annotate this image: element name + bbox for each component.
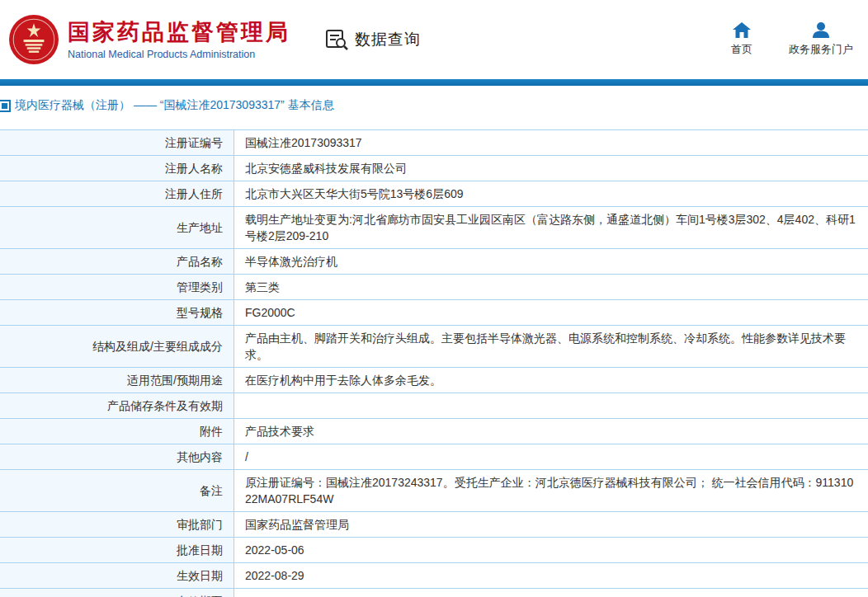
table-row: 批准日期 2022-05-06 bbox=[0, 538, 868, 563]
row-value: 国械注准20173093317 bbox=[234, 130, 868, 155]
header-divider-bar bbox=[0, 79, 868, 86]
breadcrumb: 境内医疗器械（注册） —— “国械注准20173093317” 基本信息 bbox=[0, 86, 868, 118]
table-row: 其他内容 / bbox=[0, 444, 868, 470]
home-icon bbox=[733, 22, 751, 38]
row-label: 批准日期 bbox=[0, 538, 234, 562]
breadcrumb-text: 境内医疗器械（注册） —— “国械注准20173093317” 基本信息 bbox=[15, 98, 334, 113]
registration-info-table: 注册证编号 国械注准20173093317 注册人名称 北京安德盛威科技发展有限… bbox=[0, 129, 868, 597]
document-icon bbox=[0, 100, 11, 112]
row-label: 适用范围/预期用途 bbox=[0, 368, 234, 393]
row-value: 2027-08-28 bbox=[234, 589, 868, 597]
header-nav: 首页 政务服务门户 bbox=[731, 22, 853, 57]
row-label: 注册证编号 bbox=[0, 130, 234, 155]
row-label: 型号规格 bbox=[0, 300, 234, 325]
row-label: 结构及组成/主要组成成分 bbox=[0, 326, 234, 367]
table-row: 备注 原注册证编号：国械注准20173243317。受托生产企业：河北京德医疗器… bbox=[0, 470, 868, 512]
row-label: 附件 bbox=[0, 419, 234, 444]
row-value: 在医疗机构中用于去除人体多余毛发。 bbox=[234, 368, 868, 393]
row-label: 产品储存条件及有效期 bbox=[0, 393, 234, 418]
org-name-cn: 国家药品监督管理局 bbox=[68, 19, 290, 45]
nav-home[interactable]: 首页 bbox=[731, 22, 752, 57]
row-value: 北京市大兴区天华大街5号院13号楼6层609 bbox=[234, 181, 868, 206]
row-value: 载明生产地址变更为:河北省廊坊市固安县工业园区南区（富达路东侧，通盛道北侧）车间… bbox=[234, 207, 868, 248]
row-value: 第三类 bbox=[234, 275, 868, 299]
row-label: 管理类别 bbox=[0, 275, 234, 299]
row-value: FG2000C bbox=[234, 300, 868, 325]
table-row: 产品储存条件及有效期 bbox=[0, 393, 868, 419]
nmpa-logo-link[interactable]: 国家药品监督管理局 National Medical Products Admi… bbox=[8, 14, 290, 65]
row-label: 有效期至 bbox=[0, 589, 234, 597]
row-label: 生效日期 bbox=[0, 563, 234, 588]
user-icon bbox=[813, 22, 829, 38]
row-value: 2022-05-06 bbox=[234, 538, 868, 562]
row-value: 2022-08-29 bbox=[234, 563, 868, 588]
table-row: 注册人名称 北京安德盛威科技发展有限公司 bbox=[0, 156, 868, 181]
row-value: 国家药品监督管理局 bbox=[234, 512, 868, 537]
table-row: 适用范围/预期用途 在医疗机构中用于去除人体多余毛发。 bbox=[0, 368, 868, 393]
site-header: 国家药品监督管理局 National Medical Products Admi… bbox=[0, 0, 868, 79]
nav-portal[interactable]: 政务服务门户 bbox=[789, 22, 853, 57]
table-row: 生效日期 2022-08-29 bbox=[0, 563, 868, 589]
row-label: 备注 bbox=[0, 470, 234, 511]
table-row: 型号规格 FG2000C bbox=[0, 300, 868, 326]
row-label: 审批部门 bbox=[0, 512, 234, 537]
data-query-tab[interactable]: 数据查询 bbox=[325, 29, 421, 50]
table-row: 审批部门 国家药品监督管理局 bbox=[0, 512, 868, 538]
nmpa-emblem-icon bbox=[8, 14, 59, 65]
table-row: 有效期至 2027-08-28 bbox=[0, 589, 868, 597]
row-value: 产品技术要求 bbox=[234, 419, 868, 444]
table-row: 附件 产品技术要求 bbox=[0, 419, 868, 444]
main-content: 注册证编号 国械注准20173093317 注册人名称 北京安德盛威科技发展有限… bbox=[0, 129, 868, 597]
table-row: 注册证编号 国械注准20173093317 bbox=[0, 130, 868, 156]
nav-home-label: 首页 bbox=[731, 42, 752, 57]
table-row: 产品名称 半导体激光治疗机 bbox=[0, 249, 868, 275]
row-value bbox=[234, 393, 868, 418]
row-label: 生产地址 bbox=[0, 207, 234, 248]
row-label: 产品名称 bbox=[0, 249, 234, 274]
data-query-icon bbox=[325, 29, 350, 50]
row-label: 注册人住所 bbox=[0, 181, 234, 206]
org-names: 国家药品监督管理局 National Medical Products Admi… bbox=[68, 19, 290, 59]
org-name-en: National Medical Products Administration bbox=[68, 49, 290, 60]
table-row: 管理类别 第三类 bbox=[0, 275, 868, 300]
row-value: 半导体激光治疗机 bbox=[234, 249, 868, 274]
table-row: 注册人住所 北京市大兴区天华大街5号院13号楼6层609 bbox=[0, 181, 868, 207]
nav-portal-label: 政务服务门户 bbox=[789, 42, 853, 57]
row-value: 北京安德盛威科技发展有限公司 bbox=[234, 156, 868, 181]
row-value: 原注册证编号：国械注准20173243317。受托生产企业：河北京德医疗器械科技… bbox=[234, 470, 868, 511]
row-value: / bbox=[234, 444, 868, 469]
row-value: 产品由主机、脚踏开关和治疗头组成。主要包括半导体激光器、电源系统和控制系统、冷却… bbox=[234, 326, 868, 367]
row-label: 其他内容 bbox=[0, 444, 234, 469]
table-row: 结构及组成/主要组成成分 产品由主机、脚踏开关和治疗头组成。主要包括半导体激光器… bbox=[0, 326, 868, 368]
row-label: 注册人名称 bbox=[0, 156, 234, 181]
table-row: 生产地址 载明生产地址变更为:河北省廊坊市固安县工业园区南区（富达路东侧，通盛道… bbox=[0, 207, 868, 249]
data-query-label: 数据查询 bbox=[355, 29, 421, 50]
